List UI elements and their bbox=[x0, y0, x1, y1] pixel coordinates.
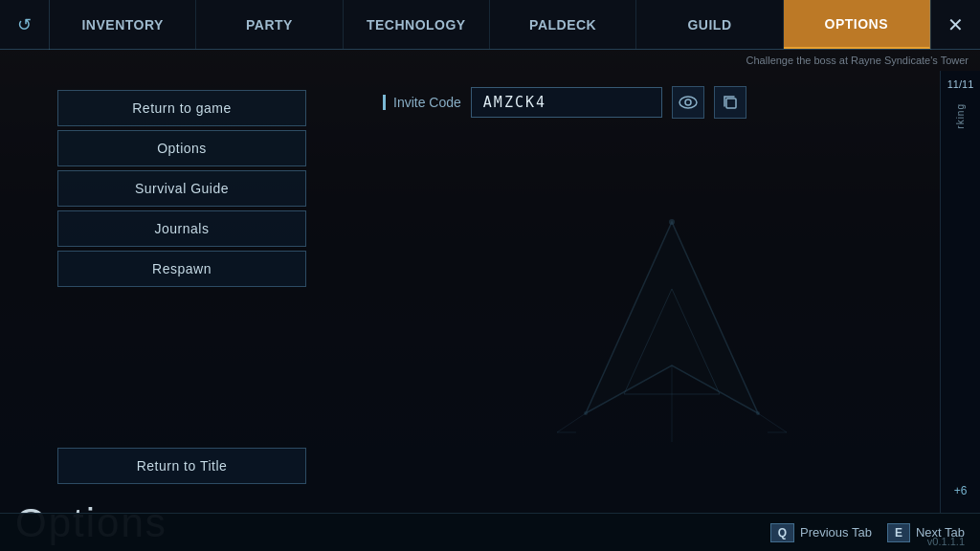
tab-options[interactable]: Options bbox=[784, 0, 930, 49]
svg-line-3 bbox=[557, 413, 586, 432]
return-to-game-button[interactable]: Return to game bbox=[57, 90, 306, 126]
left-menu: Return to game Options Survival Guide Jo… bbox=[0, 71, 364, 513]
invite-code-input[interactable] bbox=[471, 87, 662, 118]
options-button[interactable]: Options bbox=[57, 130, 306, 166]
svg-point-10 bbox=[756, 411, 760, 415]
invite-copy-button[interactable] bbox=[714, 86, 746, 119]
prev-tab-key: Q bbox=[770, 523, 794, 542]
nav-bar: ↺ Inventory Party Technology Paldeck Gui… bbox=[0, 0, 980, 50]
content-area: Return to game Options Survival Guide Jo… bbox=[0, 71, 980, 513]
svg-point-9 bbox=[584, 411, 588, 415]
prev-tab-label: Previous Tab bbox=[800, 525, 872, 540]
journals-button[interactable]: Journals bbox=[57, 210, 306, 247]
tab-technology[interactable]: Technology bbox=[344, 0, 490, 49]
tab-party[interactable]: Party bbox=[196, 0, 343, 49]
tab-inventory[interactable]: Inventory bbox=[50, 0, 196, 49]
info-label: rking bbox=[955, 103, 966, 129]
svg-rect-2 bbox=[726, 99, 736, 108]
center-logo bbox=[383, 138, 961, 497]
invite-code-row: Invite Code bbox=[383, 86, 961, 119]
close-button[interactable]: ✕ bbox=[930, 0, 980, 50]
version-text: v0.1.1.1 bbox=[927, 536, 965, 547]
tab-guild[interactable]: Guild bbox=[636, 0, 783, 49]
svg-point-0 bbox=[679, 97, 697, 108]
prev-tab-button[interactable]: Q Previous Tab bbox=[770, 523, 872, 542]
info-counter: 11/11 bbox=[947, 78, 974, 90]
survival-guide-button[interactable]: Survival Guide bbox=[57, 170, 306, 207]
status-bar: Challenge the boss at Rayne Syndicate's … bbox=[0, 50, 980, 71]
nav-arrows-icon[interactable]: ↺ bbox=[0, 0, 50, 50]
respawn-button[interactable]: Respawn bbox=[57, 251, 306, 287]
return-to-title-button[interactable]: Return to Title bbox=[57, 448, 306, 484]
svg-point-1 bbox=[685, 99, 691, 105]
info-plus: +6 bbox=[954, 484, 968, 497]
status-text: Challenge the boss at Rayne Syndicate's … bbox=[746, 55, 969, 66]
svg-point-8 bbox=[669, 219, 675, 225]
right-info-panel: 11/11 rking +6 bbox=[940, 71, 980, 513]
svg-line-5 bbox=[758, 413, 787, 432]
tab-paldeck[interactable]: Paldeck bbox=[490, 0, 636, 49]
invite-code-label: Invite Code bbox=[383, 95, 461, 110]
nav-tabs: Inventory Party Technology Paldeck Guild… bbox=[50, 0, 930, 49]
right-content: Invite Code bbox=[364, 71, 980, 513]
menu-buttons-group: Return to game Options Survival Guide Jo… bbox=[57, 90, 306, 287]
bottom-bar: Q Previous Tab E Next Tab v0.1.1.1 bbox=[0, 513, 980, 551]
next-tab-key: E bbox=[887, 523, 910, 542]
invite-eye-button[interactable] bbox=[672, 86, 704, 119]
